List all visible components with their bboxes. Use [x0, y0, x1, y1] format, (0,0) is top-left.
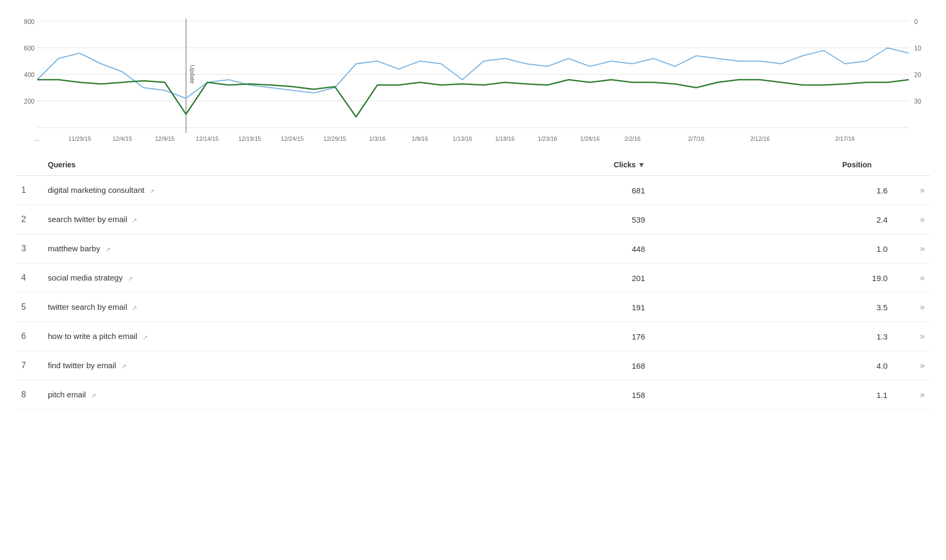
- svg-text:1/13/16: 1/13/16: [453, 135, 472, 142]
- query-cell: how to write a pitch email ↗: [43, 322, 479, 351]
- svg-text:1/18/16: 1/18/16: [495, 135, 515, 142]
- row-details-button[interactable]: »: [903, 234, 930, 264]
- svg-text:12/4/15: 12/4/15: [113, 135, 132, 142]
- position-cell: 2.4: [656, 205, 903, 234]
- svg-text:2/17/16: 2/17/16: [835, 135, 855, 142]
- clicks-header[interactable]: Clicks ▼: [479, 154, 655, 176]
- svg-text:2/2/16: 2/2/16: [624, 135, 641, 142]
- query-cell: find twitter by email ↗: [43, 351, 479, 380]
- row-details-button[interactable]: »: [903, 322, 930, 351]
- page-container: 800 600 400 200 0 10 20 30 Update ... 11…: [0, 0, 946, 420]
- queries-header: Queries: [43, 154, 479, 176]
- external-link-icon[interactable]: ↗: [105, 246, 111, 253]
- svg-text:1/23/16: 1/23/16: [538, 135, 558, 142]
- external-link-icon[interactable]: ↗: [142, 334, 148, 341]
- svg-text:1/8/16: 1/8/16: [412, 135, 428, 142]
- position-cell: 1.0: [656, 234, 903, 264]
- svg-text:Update: Update: [189, 65, 196, 83]
- row-details-button[interactable]: »: [903, 380, 930, 410]
- external-link-icon[interactable]: ↗: [132, 217, 137, 224]
- position-cell: 1.1: [656, 380, 903, 410]
- svg-text:2/12/16: 2/12/16: [750, 135, 770, 142]
- queries-table: Queries Clicks ▼ Position 1 digital mark…: [16, 154, 930, 410]
- external-link-icon[interactable]: ↗: [121, 363, 126, 370]
- row-details-button[interactable]: »: [903, 176, 930, 205]
- clicks-cell: 681: [479, 176, 655, 205]
- row-details-button[interactable]: »: [903, 351, 930, 380]
- svg-text:2/7/16: 2/7/16: [688, 135, 705, 142]
- position-header: Position: [656, 154, 903, 176]
- table-row: 2 search twitter by email ↗ 539 2.4 »: [16, 205, 930, 234]
- chart-svg: 800 600 400 200 0 10 20 30 Update ... 11…: [16, 11, 930, 149]
- position-cell: 19.0: [656, 264, 903, 293]
- query-cell: pitch email ↗: [43, 380, 479, 410]
- row-rank: 6: [16, 322, 43, 351]
- svg-text:10: 10: [914, 45, 922, 52]
- svg-text:200: 200: [24, 98, 35, 105]
- svg-text:12/9/15: 12/9/15: [155, 135, 175, 142]
- svg-text:12/24/15: 12/24/15: [281, 135, 304, 142]
- query-cell: twitter search by email ↗: [43, 293, 479, 322]
- row-rank: 8: [16, 380, 43, 410]
- table-row: 8 pitch email ↗ 158 1.1 »: [16, 380, 930, 410]
- svg-text:11/29/15: 11/29/15: [69, 135, 91, 142]
- table-row: 4 social media strategy ↗ 201 19.0 »: [16, 264, 930, 293]
- row-rank: 4: [16, 264, 43, 293]
- svg-text:...: ...: [35, 135, 39, 142]
- position-cell: 1.3: [656, 322, 903, 351]
- svg-text:20: 20: [914, 71, 922, 79]
- external-link-icon[interactable]: ↗: [128, 275, 133, 283]
- svg-text:400: 400: [24, 71, 35, 79]
- sort-arrow-icon: ▼: [638, 160, 645, 169]
- row-details-button[interactable]: »: [903, 293, 930, 322]
- query-cell: matthew barby ↗: [43, 234, 479, 264]
- position-cell: 4.0: [656, 351, 903, 380]
- external-link-icon[interactable]: ↗: [149, 188, 155, 195]
- table-row: 7 find twitter by email ↗ 168 4.0 »: [16, 351, 930, 380]
- table-row: 1 digital marketing consultant ↗ 681 1.6…: [16, 176, 930, 205]
- clicks-cell: 158: [479, 380, 655, 410]
- svg-text:12/19/15: 12/19/15: [239, 135, 261, 142]
- table-row: 3 matthew barby ↗ 448 1.0 »: [16, 234, 930, 264]
- row-rank: 3: [16, 234, 43, 264]
- clicks-cell: 448: [479, 234, 655, 264]
- svg-text:800: 800: [24, 18, 35, 26]
- svg-text:12/14/15: 12/14/15: [196, 135, 219, 142]
- details-header: [903, 154, 930, 176]
- svg-text:1/3/16: 1/3/16: [369, 135, 386, 142]
- query-cell: search twitter by email ↗: [43, 205, 479, 234]
- clicks-cell: 539: [479, 205, 655, 234]
- table-header-row: Queries Clicks ▼ Position: [16, 154, 930, 176]
- query-cell: digital marketing consultant ↗: [43, 176, 479, 205]
- row-details-button[interactable]: »: [903, 264, 930, 293]
- clicks-cell: 168: [479, 351, 655, 380]
- position-cell: 3.5: [656, 293, 903, 322]
- svg-text:1/28/16: 1/28/16: [580, 135, 600, 142]
- query-cell: social media strategy ↗: [43, 264, 479, 293]
- chart-container: 800 600 400 200 0 10 20 30 Update ... 11…: [16, 11, 930, 149]
- svg-text:0: 0: [914, 18, 918, 26]
- clicks-cell: 201: [479, 264, 655, 293]
- row-rank: 5: [16, 293, 43, 322]
- clicks-cell: 176: [479, 322, 655, 351]
- rank-header: [16, 154, 43, 176]
- row-rank: 1: [16, 176, 43, 205]
- row-rank: 2: [16, 205, 43, 234]
- svg-text:12/29/15: 12/29/15: [324, 135, 347, 142]
- external-link-icon[interactable]: ↗: [91, 392, 96, 400]
- external-link-icon[interactable]: ↗: [132, 304, 137, 312]
- table-row: 6 how to write a pitch email ↗ 176 1.3 »: [16, 322, 930, 351]
- clicks-cell: 191: [479, 293, 655, 322]
- row-details-button[interactable]: »: [903, 205, 930, 234]
- svg-text:600: 600: [24, 45, 35, 52]
- position-cell: 1.6: [656, 176, 903, 205]
- svg-text:30: 30: [914, 98, 922, 105]
- table-row: 5 twitter search by email ↗ 191 3.5 »: [16, 293, 930, 322]
- row-rank: 7: [16, 351, 43, 380]
